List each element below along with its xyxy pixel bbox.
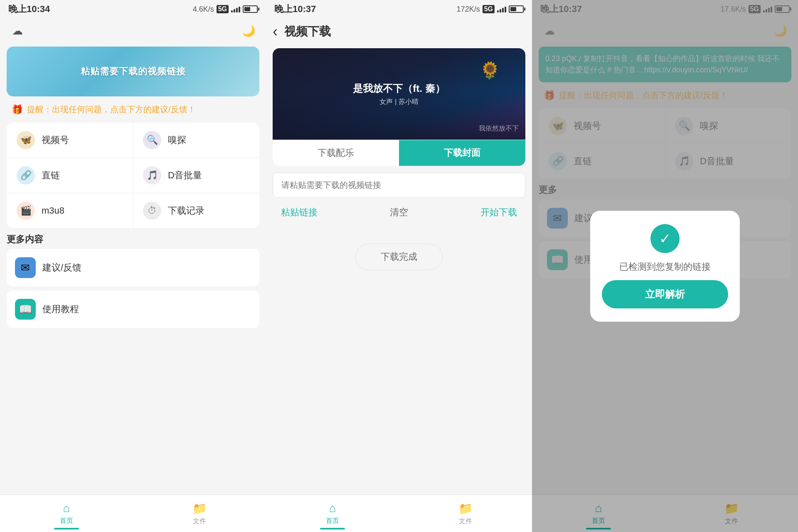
tutorial-icon-1: 📖	[15, 299, 36, 320]
more-section-1: 更多内容 ✉ 建议/反馈 📖 使用教程	[7, 233, 259, 328]
zhilian-icon-1: 🔗	[17, 166, 35, 185]
grid-section-1: 🦋 视频号 🔍 嗅探 🔗 直链 🎵 D音批量 🎬 m3u8 ⏱ 下载记录	[7, 123, 259, 228]
dialog-text-3: 已检测到您复制的链接	[619, 260, 711, 273]
tutorial-label-1: 使用教程	[42, 303, 79, 315]
signal-label-1: 5G	[217, 5, 229, 13]
status-time-1: 晚上10:34	[8, 3, 50, 15]
status-bar-1: 晚上10:34 4.6K/s 5G	[0, 0, 266, 18]
download-btn-2[interactable]: 开始下载	[480, 206, 517, 219]
paste-btn-2[interactable]: 粘贴链接	[281, 206, 318, 219]
network-speed-1: 4.6K/s	[193, 5, 214, 14]
page-header-2: ‹ 视频下载	[266, 18, 532, 45]
dyin-label-1: D音批量	[168, 169, 202, 182]
feedback-label-1: 建议/反馈	[42, 261, 81, 274]
phone1-screen: 晚上10:34 4.6K/s 5G ☁ 🌙 粘贴需要下载的视频链接 🎁 提醒：出…	[0, 0, 266, 532]
files-nav-label-1: 文件	[193, 517, 206, 526]
flower-icon-2: 🌻	[480, 61, 500, 80]
signal-bars-1	[231, 6, 240, 12]
input-section-2	[273, 172, 525, 198]
history-label-1: 下载记录	[168, 204, 204, 217]
action-buttons-2: 粘贴链接 清空 开始下载	[273, 206, 525, 219]
tab-cover-2[interactable]: 下载封面	[399, 140, 525, 166]
video-title-2: 是我放不下（ft. 秦）	[353, 82, 445, 95]
status-info-1: 4.6K/s 5G	[193, 5, 258, 14]
video-subtitle-2: 女声 | 苏小晴	[379, 98, 418, 106]
nav-indicator-2	[320, 528, 345, 530]
battery-2	[509, 5, 524, 13]
status-time-2: 晚上10:37	[274, 3, 316, 15]
history-icon-1: ⏱	[143, 202, 161, 220]
page-title-2: 视频下载	[284, 24, 331, 39]
m3u8-icon-1: 🎬	[17, 202, 35, 220]
nav-files-2[interactable]: 📁 文件	[399, 495, 532, 532]
scroll-content-2[interactable]: 🌻 是我放不下（ft. 秦） 女声 | 苏小晴 我依然放不下 下载配乐 下载封面…	[266, 45, 532, 532]
files-nav-label-2: 文件	[459, 517, 472, 526]
home-nav-icon-2: ⌂	[329, 502, 336, 515]
url-input-2[interactable]	[273, 172, 525, 198]
files-nav-icon-2: 📁	[458, 502, 473, 515]
dialog-card-3: ✓ 已检测到您复制的链接 立即解析	[590, 211, 740, 322]
status-bar-2: 晚上10:37 172K/s 5G	[266, 0, 532, 18]
tab-bar-2: 下载配乐 下载封面	[273, 140, 525, 166]
notice-icon-1: 🎁	[12, 104, 23, 115]
grid-item-zhilian-1[interactable]: 🔗 直链	[7, 158, 133, 193]
tab-music-2[interactable]: 下载配乐	[273, 140, 399, 166]
bottom-nav-1: ⌂ 首页 📁 文件	[0, 495, 266, 532]
video-watermark-2: 我依然放不下	[479, 124, 519, 133]
theme-icon-1[interactable]: 🌙	[239, 22, 258, 40]
tutorial-item-1[interactable]: 📖 使用教程	[7, 291, 259, 328]
sousuo-icon-1: 🔍	[143, 131, 161, 149]
nav-indicator-1	[54, 528, 79, 530]
m3u8-label-1: m3u8	[42, 205, 64, 216]
dialog-parse-btn-3[interactable]: 立即解析	[602, 280, 728, 308]
banner-1[interactable]: 粘贴需要下载的视频链接	[7, 47, 259, 96]
grid-item-dyin-1[interactable]: 🎵 D音批量	[133, 158, 259, 193]
grid-item-weixin-1[interactable]: 🦋 视频号	[7, 123, 133, 158]
dialog-check-icon-3: ✓	[650, 224, 680, 253]
grid-item-m3u8-1[interactable]: 🎬 m3u8	[7, 193, 133, 228]
battery-1	[243, 5, 258, 13]
grid-item-history-1[interactable]: ⏱ 下载记录	[133, 193, 259, 228]
phone2-screen: 晚上10:37 172K/s 5G ‹ 视频下载 🌻 是我放不下（ft. 秦） …	[266, 0, 532, 532]
grid-item-sousuo-1[interactable]: 🔍 嗅探	[133, 123, 259, 158]
signal-bars-2	[497, 6, 506, 12]
notice-bar-1: 🎁 提醒：出现任何问题，点击下方的建议/反馈！	[7, 101, 259, 118]
status-info-2: 172K/s 5G	[457, 5, 524, 14]
weixin-icon-1: 🦋	[17, 131, 35, 149]
video-card-2: 🌻 是我放不下（ft. 秦） 女声 | 苏小晴 我依然放不下 下载配乐 下载封面	[273, 48, 525, 166]
nav-home-1[interactable]: ⌂ 首页	[0, 495, 133, 532]
home-header-1: ☁ 🌙	[0, 18, 266, 43]
home-nav-icon-1: ⌂	[63, 502, 70, 515]
dialog-overlay-3[interactable]: ✓ 已检测到您复制的链接 立即解析	[532, 0, 798, 532]
feedback-icon-1: ✉	[15, 257, 36, 278]
files-nav-icon-1: 📁	[192, 502, 207, 515]
dyin-icon-1: 🎵	[143, 166, 161, 185]
bottom-nav-2: ⌂ 首页 📁 文件	[266, 495, 532, 532]
notice-text-1: 提醒：出现任何问题，点击下方的建议/反馈！	[27, 104, 196, 115]
more-title-1: 更多内容	[7, 233, 259, 246]
nav-files-1[interactable]: 📁 文件	[133, 495, 266, 532]
clear-btn-2[interactable]: 清空	[390, 206, 408, 219]
network-speed-2: 172K/s	[457, 5, 480, 14]
zhilian-label-1: 直链	[42, 169, 60, 182]
scroll-content-1[interactable]: 粘贴需要下载的视频链接 🎁 提醒：出现任何问题，点击下方的建议/反馈！ 🦋 视频…	[0, 43, 266, 532]
home-nav-label-1: 首页	[60, 517, 73, 525]
sousuo-label-1: 嗅探	[168, 134, 186, 146]
signal-label-2: 5G	[483, 5, 495, 13]
nav-home-2[interactable]: ⌂ 首页	[266, 495, 399, 532]
download-complete-area-2: 下载完成	[266, 227, 532, 287]
upload-icon-1[interactable]: ☁	[8, 22, 27, 40]
video-thumbnail-2: 🌻 是我放不下（ft. 秦） 女声 | 苏小晴 我依然放不下	[273, 48, 525, 140]
back-button-2[interactable]: ‹	[273, 23, 278, 40]
phone3-screen: 晚上10:37 17.6K/s 5G ☁ 🌙 0.23 pQK./ 复制打开抖音…	[532, 0, 798, 532]
home-nav-label-2: 首页	[326, 517, 339, 525]
feedback-item-1[interactable]: ✉ 建议/反馈	[7, 249, 259, 286]
banner-text-1: 粘贴需要下载的视频链接	[81, 65, 186, 78]
weixin-label-1: 视频号	[42, 134, 69, 146]
download-complete-btn-2[interactable]: 下载完成	[355, 244, 443, 270]
